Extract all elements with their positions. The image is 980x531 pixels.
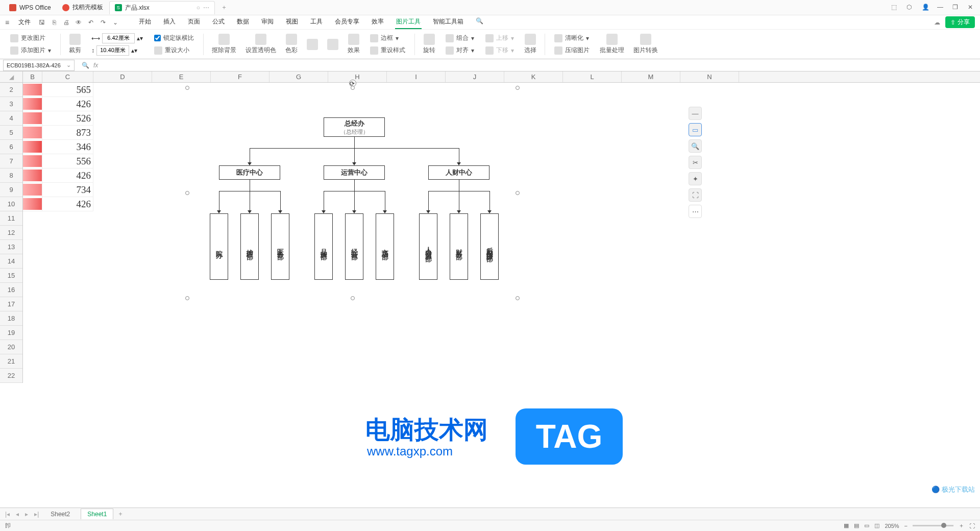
cell-b7[interactable] [23, 154, 42, 168]
rotate-button[interactable]: 旋转 [420, 34, 438, 55]
col-header-i[interactable]: I [387, 71, 446, 82]
row-header[interactable]: 9 [0, 183, 22, 197]
cell-b8[interactable] [23, 168, 42, 183]
cell-b9[interactable] [23, 183, 42, 197]
tab-menu-icon[interactable]: ⋯ [203, 4, 209, 11]
cell-c8[interactable]: 426 [42, 168, 93, 183]
formula-input-area[interactable]: 🔍 fx [78, 62, 980, 69]
menu-picture-tools[interactable]: 图片工具 [395, 15, 422, 29]
resize-handle-e[interactable] [516, 191, 520, 195]
compress-button[interactable]: 压缩图片 [554, 45, 590, 56]
row-header[interactable]: 19 [0, 326, 22, 340]
col-header-h[interactable]: H [328, 71, 387, 82]
col-header-e[interactable]: E [152, 71, 211, 82]
row-header[interactable]: 21 [0, 354, 22, 369]
user-avatar-icon[interactable]: 👤 [922, 4, 930, 12]
align-button[interactable]: 对齐▾ [446, 45, 474, 56]
move-down-button[interactable]: 下移▾ [485, 45, 514, 56]
menu-smart-toolbox[interactable]: 智能工具箱 [432, 15, 464, 29]
move-up-button[interactable]: 上移▾ [485, 33, 514, 43]
resize-handle-nw[interactable] [185, 86, 189, 90]
float-crop-button[interactable]: ✂ [689, 156, 702, 169]
package-icon[interactable]: ⬡ [906, 4, 915, 12]
redo-icon[interactable]: ↷ [98, 17, 108, 28]
close-button[interactable]: ✕ [968, 4, 976, 12]
sheet-nav-next[interactable]: ▸ [24, 511, 29, 518]
new-tab-button[interactable]: ＋ [216, 1, 232, 14]
menu-member[interactable]: 会员专享 [334, 15, 360, 29]
resize-handle-n[interactable] [351, 86, 355, 90]
cloud-sync-icon[interactable]: ☁ [934, 19, 940, 26]
row-header[interactable]: 11 [0, 211, 22, 226]
name-box[interactable]: ECB019B1-382A-426⌄ [3, 60, 75, 71]
col-header-m[interactable]: M [622, 71, 680, 82]
convert-button[interactable]: 图片转换 [630, 34, 661, 55]
menu-search-icon[interactable]: 🔍 [475, 15, 484, 29]
resize-handle-sw[interactable] [185, 296, 189, 300]
row-header[interactable]: 12 [0, 226, 22, 240]
sheet-tab-sheet1[interactable]: Sheet1 [81, 509, 113, 519]
file-menu[interactable]: 文件 [14, 17, 35, 28]
file-tab-active[interactable]: S 产品.xlsx ○ ⋯ [109, 1, 215, 14]
cell-c2[interactable]: 565 [42, 83, 93, 97]
row-header[interactable]: 7 [0, 154, 22, 168]
float-zoom-button[interactable]: 🔍 [689, 139, 702, 153]
menu-start[interactable]: 开始 [138, 15, 152, 29]
change-picture-button[interactable]: 更改图片 [10, 33, 51, 43]
col-header-l[interactable]: L [563, 71, 622, 82]
cell-c3[interactable]: 426 [42, 97, 93, 111]
cell-c7[interactable]: 556 [42, 154, 93, 168]
sheet-tab-sheet2[interactable]: Sheet2 [44, 509, 77, 520]
cell-b5[interactable] [23, 126, 42, 140]
col-header-k[interactable]: K [504, 71, 563, 82]
row-header[interactable]: 13 [0, 240, 22, 254]
select-button[interactable]: 选择 [521, 34, 540, 55]
crop-button[interactable]: 裁剪 [66, 34, 84, 55]
row-header[interactable]: 10 [0, 197, 22, 211]
cell-b4[interactable] [23, 111, 42, 126]
row-header[interactable]: 3 [0, 97, 22, 111]
row-header[interactable]: 20 [0, 340, 22, 354]
resize-handle-s[interactable] [351, 296, 355, 300]
row-header[interactable]: 17 [0, 297, 22, 311]
row-header[interactable]: 8 [0, 168, 22, 183]
menu-data[interactable]: 数据 [236, 15, 250, 29]
col-header-f[interactable]: F [211, 71, 270, 82]
cell-c9[interactable]: 734 [42, 183, 93, 197]
fx-icon[interactable]: fx [93, 62, 98, 69]
row-header[interactable]: 14 [0, 254, 22, 269]
stepper-icon[interactable]: ▴▾ [131, 47, 137, 54]
resize-handle-w[interactable] [185, 191, 189, 195]
row-header[interactable]: 4 [0, 111, 22, 126]
col-header-b[interactable]: B [23, 71, 42, 82]
menu-page[interactable]: 页面 [187, 15, 201, 29]
hamburger-icon[interactable]: ≡ [5, 18, 9, 27]
width-input[interactable] [102, 33, 135, 43]
col-header-g[interactable]: G [270, 71, 328, 82]
row-header[interactable]: 22 [0, 369, 22, 383]
col-header-c[interactable]: C [42, 71, 93, 82]
zoom-formula-icon[interactable]: 🔍 [82, 62, 89, 69]
float-effect-button[interactable]: ✦ [689, 172, 702, 185]
print-quick-icon[interactable]: ⎘ [49, 17, 59, 28]
cell-b2[interactable] [23, 83, 42, 97]
share-button[interactable]: ⇧ 分享 [945, 16, 975, 28]
cell-c5[interactable]: 873 [42, 126, 93, 140]
cell-b3[interactable] [23, 97, 42, 111]
stepper-icon[interactable]: ▴▾ [137, 35, 143, 42]
resize-handle-ne[interactable] [516, 86, 520, 90]
view-page-icon[interactable]: ▤ [854, 522, 859, 529]
add-picture-button[interactable]: 添加图片▾ [10, 45, 51, 56]
row-header[interactable]: 6 [0, 140, 22, 154]
cell-c10[interactable]: 426 [42, 197, 93, 211]
zoom-value[interactable]: 205% [885, 523, 899, 529]
effects-button[interactable]: 效果 [345, 34, 363, 55]
col-header-d[interactable]: D [93, 71, 152, 82]
dropdown-icon[interactable]: ⌄ [110, 17, 120, 28]
float-fullscreen-button[interactable]: ⛶ [689, 188, 702, 202]
batch-button[interactable]: 批量处理 [597, 34, 627, 55]
cell-c6[interactable]: 346 [42, 140, 93, 154]
sheet-nav-prev[interactable]: ◂ [15, 511, 20, 518]
cell-b10[interactable] [23, 197, 42, 211]
template-tab[interactable]: 找稻壳模板 [57, 1, 108, 14]
